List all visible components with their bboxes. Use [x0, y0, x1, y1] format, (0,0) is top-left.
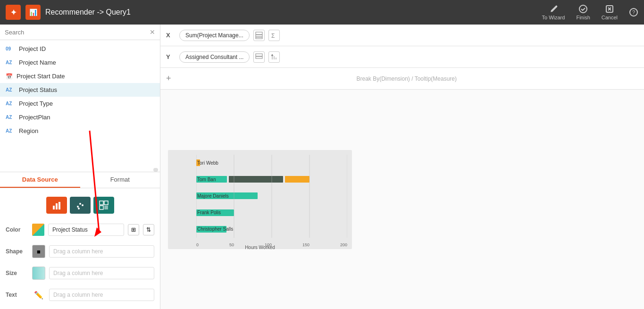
y-field-icon2[interactable]: [268, 51, 280, 63]
field-label: Region: [19, 127, 38, 134]
scatter-icon: [75, 200, 85, 210]
check-circle-icon: [578, 4, 588, 14]
chart-area: Tori Webb Tom Ban Majore Daniels: [160, 90, 644, 309]
cancel-button[interactable]: Cancel: [602, 4, 618, 20]
color-edit-button[interactable]: ⊞: [128, 224, 139, 235]
to-wizard-button[interactable]: To Wizard: [542, 4, 565, 20]
text-edit-icon: ✏️: [32, 288, 45, 301]
tab-data-source[interactable]: Data Source: [0, 172, 80, 188]
size-drop-zone[interactable]: Drag a column here: [49, 267, 154, 279]
pencil-icon: [549, 4, 558, 14]
field-type-badge: AZ: [6, 115, 15, 120]
help-button[interactable]: ?: [629, 8, 638, 17]
right-panel: X Sum(Project Manage... Σ Y Assigned Con…: [160, 25, 644, 309]
x-label-text: Hours Worked: [245, 245, 275, 250]
format-row-text: Text ✏️ Drag a column here: [6, 286, 154, 303]
svg-marker-28: [271, 54, 273, 56]
search-bar: ✕: [0, 25, 160, 40]
text-label: Text: [6, 292, 28, 298]
close-icon[interactable]: ✕: [150, 28, 155, 36]
color-label: Color: [6, 226, 28, 233]
field-type-badge: AZ: [6, 60, 15, 65]
bar-chart-icon: [51, 200, 62, 210]
format-row-color: Color Project Status ⊞ ⇅: [6, 221, 154, 238]
field-label: Project Type: [19, 100, 53, 107]
list-item[interactable]: AZ ProjectPlan: [0, 110, 160, 124]
y-field-icon1[interactable]: [253, 51, 265, 63]
chart-type-scatter-button[interactable]: [70, 197, 91, 214]
x-field-pill[interactable]: Sum(Project Manage...: [179, 30, 250, 41]
question-icon: ?: [629, 8, 638, 17]
svg-rect-19: [256, 32, 262, 34]
shape-swatch-icon: ■: [32, 245, 45, 258]
text-placeholder-text: Drag a column here: [53, 292, 103, 298]
chart-type-bar-button[interactable]: [46, 197, 67, 214]
svg-point-10: [79, 203, 81, 205]
x-field-icon2[interactable]: Σ: [268, 30, 280, 41]
search-input[interactable]: [5, 29, 147, 36]
chart-bars: Tori Webb Tom Ban Majore Daniels: [196, 155, 347, 238]
color-sort-button[interactable]: ⇅: [143, 224, 154, 235]
add-icon[interactable]: +: [166, 74, 171, 84]
format-row-shape: Shape ■ Drag a column here: [6, 243, 154, 260]
svg-rect-21: [256, 37, 262, 39]
field-label: ProjectPlan: [19, 114, 50, 121]
color-field-value: Project Status: [52, 226, 88, 233]
field-type-badge: 09: [6, 46, 15, 51]
y-field-text: Assigned Consultant ...: [185, 54, 243, 60]
calendar-icon: 📅: [6, 73, 13, 80]
topbar: ✦ 📊 Recommender -> Query1 To Wizard Fini…: [0, 0, 644, 25]
field-label: Project Start Date: [17, 73, 65, 80]
chart-logo-icon: 📊: [25, 5, 41, 20]
list-item[interactable]: 📅 Project Start Date: [0, 69, 160, 83]
field-label: Project ID: [19, 45, 46, 52]
list-item[interactable]: AZ Region: [0, 124, 160, 138]
tab-format[interactable]: Format: [80, 172, 160, 188]
chart-container: Tori Webb Tom Ban Majore Daniels: [168, 150, 352, 249]
bar-segment: [285, 176, 309, 183]
tab-format-label: Format: [110, 176, 130, 183]
color-field-box[interactable]: Project Status: [48, 224, 124, 236]
y-field-pill[interactable]: Assigned Consultant ...: [179, 51, 250, 63]
field-type-badge: AZ: [6, 128, 15, 134]
x-axis-label: X: [166, 32, 176, 39]
list-item[interactable]: AZ Project Type: [0, 97, 160, 110]
list-item[interactable]: AZ Project Name: [0, 56, 160, 69]
field-type-badge: AZ: [6, 87, 15, 92]
list-item-active[interactable]: AZ Project Status: [0, 83, 160, 97]
field-type-badge: AZ: [6, 101, 15, 106]
svg-rect-23: [256, 54, 262, 56]
size-label: Size: [6, 270, 28, 276]
bottom-panel: Color Project Status ⊞ ⇅ Shape ■ Drag a …: [0, 188, 160, 309]
chart-row: Frank Polis: [196, 209, 347, 216]
chart-row-label: Tori Webb: [197, 160, 218, 166]
svg-rect-24: [256, 57, 262, 58]
chart-row-label: Christopher Salls: [197, 226, 233, 232]
bar-segment: [229, 176, 283, 183]
tab-data-source-label: Data Source: [22, 176, 58, 183]
y-axis-label: Y: [166, 53, 176, 60]
svg-point-9: [77, 206, 79, 208]
chart-type-buttons: [6, 194, 154, 217]
text-drop-zone[interactable]: Drag a column here: [49, 289, 154, 301]
svg-rect-13: [100, 201, 103, 205]
shape-label: Shape: [6, 248, 28, 255]
svg-rect-16: [104, 206, 108, 209]
svg-text:?: ?: [632, 9, 635, 15]
svg-point-12: [78, 208, 80, 209]
x-axis-row: X Sum(Project Manage... Σ: [160, 25, 644, 46]
list-item[interactable]: 09 Project ID: [0, 42, 160, 56]
svg-point-0: [579, 5, 587, 13]
svg-text:Σ: Σ: [271, 33, 275, 39]
x-square-icon: [605, 4, 614, 14]
chart-type-pivot-button[interactable]: [93, 197, 114, 214]
pivot-icon: [99, 200, 109, 210]
svg-rect-15: [100, 206, 103, 209]
topbar-actions: To Wizard Finish Cancel ?: [542, 4, 639, 20]
shape-drop-zone[interactable]: Drag a column here: [49, 245, 154, 258]
finish-button[interactable]: Finish: [576, 4, 590, 20]
y-axis-row: Y Assigned Consultant ...: [160, 46, 644, 68]
x-field-icon1[interactable]: [253, 30, 265, 41]
sort-icon: [270, 53, 278, 61]
chart-row-label: Frank Polis: [197, 210, 221, 215]
